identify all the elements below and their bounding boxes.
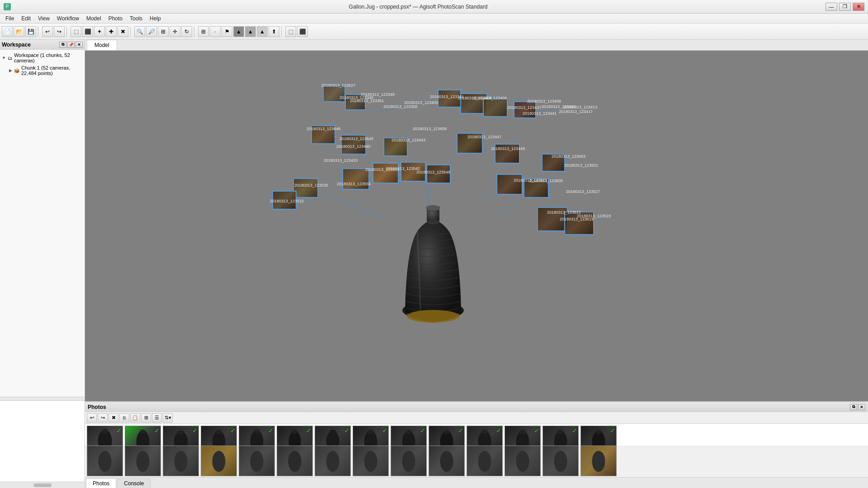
tab-photos[interactable]: Photos — [86, 479, 116, 488]
toolbar-color3[interactable]: ▲ — [257, 26, 268, 37]
ws-float-btn[interactable]: ⧉ — [59, 42, 66, 48]
panel-resize-handle[interactable] — [0, 397, 85, 400]
cam-frame-mid1 — [311, 125, 335, 144]
toolbar-rotate[interactable]: ↻ — [181, 26, 192, 37]
photo-thumb-r2-8[interactable] — [353, 446, 389, 476]
photo-thumb-r2-5[interactable] — [239, 446, 275, 476]
toolbar-zoom-in[interactable]: 🔍 — [134, 26, 145, 37]
photo-thumb-6[interactable]: ✓ 20180313_123351 — [277, 426, 313, 446]
photo-thumb-12[interactable]: ✓ 20180313_123408 — [505, 426, 541, 446]
menu-item-edit[interactable]: Edit — [18, 14, 34, 23]
toolbar-export[interactable]: ⬆ — [269, 26, 279, 37]
photo-thumb-r2-3[interactable] — [163, 446, 199, 476]
toolbar-color1[interactable]: ▲ — [233, 26, 244, 37]
photo-thumb-r2-10[interactable] — [429, 446, 465, 476]
toolbar-undo[interactable]: ↩ — [42, 26, 53, 37]
menu-item-view[interactable]: View — [34, 14, 53, 23]
photo-thumb-r2-2[interactable] — [125, 446, 161, 476]
svg-point-42 — [212, 451, 225, 472]
toolbar-open[interactable]: 📂 — [14, 26, 24, 37]
workspace-root-item[interactable]: ▼ 🗂 Workspace (1 chunks, 52 cameras) — [2, 52, 83, 64]
photos-float-btn[interactable]: ⧉ — [850, 404, 857, 410]
photo-thumb-13[interactable]: ✓ 20180313_123410 — [542, 426, 579, 446]
photo-thumb-3[interactable]: ✓ 20180313_123342 — [163, 426, 199, 446]
workspace-root-label: Workspace (1 chunks, 52 cameras) — [14, 52, 83, 63]
photo-thumb-r2-13[interactable] — [542, 446, 579, 476]
left-scrollbar[interactable] — [0, 482, 85, 488]
menu-item-help[interactable]: Help — [146, 14, 165, 23]
toolbar-more[interactable]: ⬚ — [285, 26, 296, 37]
toolbar-zoom-out[interactable]: 🔎 — [146, 26, 157, 37]
cam-label-6: 20180313_123358 — [383, 104, 417, 109]
viewport-3d[interactable]: 20180313_123627 20180313_123345 20180313… — [85, 51, 868, 401]
photos-prev-btn[interactable]: ↩ — [87, 413, 97, 422]
cam-frame-fl1 — [293, 178, 318, 198]
photos-thumbnails: ✓ 20180313_123339 ✓ 20180313_123341 — [85, 424, 868, 446]
photo-thumb-r2-1[interactable] — [87, 446, 123, 476]
photos-view2-btn[interactable]: ☰ — [152, 413, 162, 422]
photo-thumb-2[interactable]: ✓ 20180313_123341 — [125, 426, 161, 446]
photos-remove-btn[interactable]: ✖ — [108, 413, 118, 422]
photos-close-btn[interactable]: ✕ — [858, 404, 865, 410]
toolbar: 📄 📂 💾 ↩ ↪ ⬚ ⬛ ✦ ✚ ✖ 🔍 🔎 ⊞ ✛ ↻ ⊞ · ⚑ ▲ ▲ … — [0, 23, 868, 40]
photo-thumb-7[interactable]: ✓ 20180313_123358 — [315, 426, 351, 446]
menu-item-file[interactable]: File — [2, 14, 18, 23]
menu-item-tools[interactable]: Tools — [126, 14, 146, 23]
restore-button[interactable]: ❐ — [839, 3, 851, 11]
photos-next-btn[interactable]: ↪ — [98, 413, 108, 422]
photo-thumb-r2-12[interactable] — [505, 446, 541, 476]
photo-thumb-r2-9[interactable] — [391, 446, 427, 476]
photo-thumb-9[interactable]: ✓ 20180313_123402 — [391, 426, 427, 446]
toolbar-move[interactable]: ✛ — [170, 26, 180, 37]
photo-thumb-r2-7[interactable] — [315, 446, 351, 476]
ws-close-btn[interactable]: ✕ — [75, 42, 83, 48]
svg-point-12 — [101, 429, 108, 434]
svg-point-41 — [174, 451, 187, 472]
photo-thumb-1[interactable]: ✓ 20180313_123339 — [87, 426, 123, 446]
close-button[interactable]: ✕ — [853, 3, 864, 11]
toolbar-zoom-fit[interactable]: ⊞ — [158, 26, 169, 37]
toolbar-save[interactable]: 💾 — [25, 26, 36, 37]
toolbar-flag[interactable]: ⚑ — [222, 26, 232, 37]
photos-paste-btn[interactable]: 📋 — [130, 413, 140, 422]
photo-thumb-5[interactable]: ✓ 20180313_123348 — [239, 426, 275, 446]
photo-thumb-r2-14[interactable] — [580, 446, 617, 476]
photo-thumb-8[interactable]: ✓ 20180313_123400 — [353, 426, 389, 446]
toolbar-wand[interactable]: ✦ — [94, 26, 105, 37]
toolbar-add[interactable]: ✚ — [106, 26, 117, 37]
toolbar-remove[interactable]: ✖ — [118, 26, 128, 37]
ws-pin-btn[interactable]: 📌 — [67, 42, 75, 48]
menu-item-workflow[interactable]: Workflow — [53, 14, 83, 23]
cam-frame-top1 — [323, 85, 345, 102]
toolbar-select2[interactable]: ⬛ — [82, 26, 93, 37]
toolbar-point[interactable]: · — [210, 26, 221, 37]
toolbar-grid[interactable]: ⊞ — [198, 26, 209, 37]
chunk-item[interactable]: ▶ 📦 Chunk 1 (52 cameras, 22,484 points) — [2, 64, 83, 77]
cam-frame-mid3 — [383, 137, 408, 156]
photo-check-1: ✓ — [116, 427, 122, 434]
photos-sort-btn[interactable]: ⇅▾ — [163, 413, 173, 422]
photos-copy-btn[interactable]: ⎘ — [119, 413, 129, 422]
photo-thumb-r2-4[interactable] — [201, 446, 237, 476]
photo-thumb-r2-6[interactable] — [277, 446, 313, 476]
toolbar-redo[interactable]: ↪ — [54, 26, 65, 37]
photo-thumb-10[interactable]: ✓ 20180313_123404 — [429, 426, 465, 446]
menu-item-model[interactable]: Model — [83, 14, 105, 23]
cam-label-11: 20180313_123413 — [563, 105, 597, 109]
toolbar-color2[interactable]: ▲ — [245, 26, 256, 37]
cam-frame-mid4 — [457, 133, 483, 154]
menu-item-photo[interactable]: Photo — [105, 14, 126, 23]
photo-thumb-14[interactable]: ✓ 20180313_123413 — [580, 426, 617, 446]
photo-thumb-11[interactable]: ✓ 20180313_123406 — [467, 426, 503, 446]
photos-view1-btn[interactable]: ⊞ — [141, 413, 151, 422]
toolbar-select[interactable]: ⬚ — [71, 26, 81, 37]
photo-thumb-4[interactable]: ✓ 20180313_123345 — [201, 426, 237, 446]
tab-console[interactable]: Console — [117, 479, 151, 488]
toolbar-new[interactable]: 📄 — [2, 26, 13, 37]
minimize-button[interactable]: — — [826, 3, 837, 11]
cam-label-3: 20180313_123348 — [361, 92, 395, 97]
model-tab[interactable]: Model — [87, 40, 117, 50]
photo-thumb-r2-11[interactable] — [467, 446, 503, 476]
svg-point-47 — [402, 451, 415, 472]
toolbar-more2[interactable]: ⬛ — [297, 26, 308, 37]
